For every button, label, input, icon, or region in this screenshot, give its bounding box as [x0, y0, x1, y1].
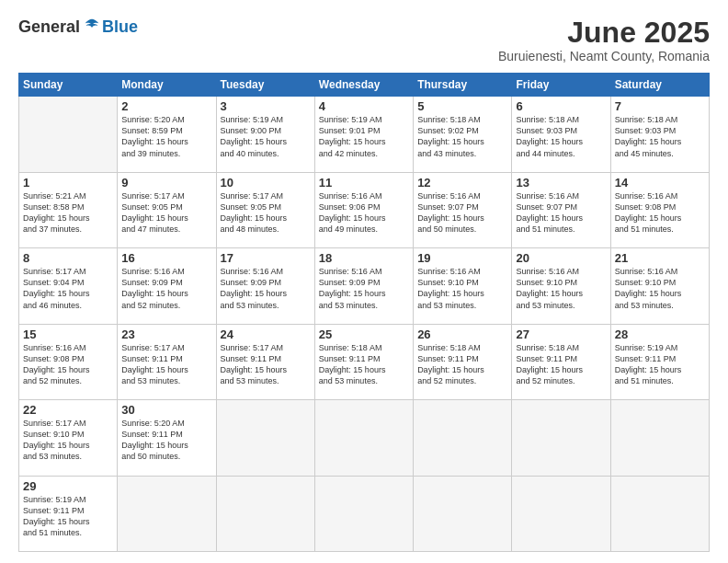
calendar-day-cell: 12Sunrise: 5:16 AM Sunset: 9:07 PM Dayli…: [414, 172, 512, 247]
day-info: Sunrise: 5:17 AM Sunset: 9:11 PM Dayligh…: [221, 342, 311, 387]
day-number: 23: [121, 327, 211, 341]
title-section: June 2025 Buruienesti, Neamt County, Rom…: [498, 17, 710, 63]
calendar-day-cell: 11Sunrise: 5:16 AM Sunset: 9:06 PM Dayli…: [314, 172, 413, 247]
day-info: Sunrise: 5:17 AM Sunset: 9:10 PM Dayligh…: [23, 418, 113, 463]
day-info: Sunrise: 5:18 AM Sunset: 9:11 PM Dayligh…: [417, 342, 507, 387]
calendar-day-cell: 18Sunrise: 5:16 AM Sunset: 9:09 PM Dayli…: [314, 248, 413, 324]
day-number: 12: [417, 176, 507, 190]
calendar-day-cell: 19Sunrise: 5:16 AM Sunset: 9:10 PM Dayli…: [414, 248, 512, 324]
calendar-week-row: 15Sunrise: 5:16 AM Sunset: 9:08 PM Dayli…: [19, 324, 710, 399]
day-number: 13: [516, 176, 606, 190]
day-info: Sunrise: 5:20 AM Sunset: 8:59 PM Dayligh…: [121, 114, 211, 159]
logo-blue-text: Blue: [102, 17, 138, 37]
calendar-day-cell: 13Sunrise: 5:16 AM Sunset: 9:07 PM Dayli…: [512, 172, 610, 247]
calendar-day-cell: 22Sunrise: 5:17 AM Sunset: 9:10 PM Dayli…: [19, 400, 118, 476]
day-number: 17: [221, 251, 311, 265]
day-info: Sunrise: 5:19 AM Sunset: 9:11 PM Dayligh…: [23, 494, 113, 539]
day-info: Sunrise: 5:17 AM Sunset: 9:04 PM Dayligh…: [23, 266, 113, 311]
day-number: 29: [23, 479, 113, 493]
day-info: Sunrise: 5:19 AM Sunset: 9:01 PM Dayligh…: [319, 114, 409, 159]
day-number: 11: [319, 176, 409, 190]
calendar-day-cell: [314, 400, 413, 476]
day-info: Sunrise: 5:16 AM Sunset: 9:09 PM Dayligh…: [121, 266, 211, 311]
calendar-week-row: 2Sunrise: 5:20 AM Sunset: 8:59 PM Daylig…: [19, 97, 710, 172]
day-number: 28: [615, 327, 705, 341]
calendar-day-cell: 8Sunrise: 5:17 AM Sunset: 9:04 PM Daylig…: [19, 248, 118, 324]
day-info: Sunrise: 5:16 AM Sunset: 9:06 PM Dayligh…: [319, 190, 409, 236]
day-number: 19: [417, 251, 507, 265]
day-info: Sunrise: 5:16 AM Sunset: 9:07 PM Dayligh…: [417, 190, 507, 236]
calendar-day-cell: [512, 400, 610, 476]
calendar-day-cell: 27Sunrise: 5:18 AM Sunset: 9:11 PM Dayli…: [512, 324, 610, 399]
calendar-day-cell: 20Sunrise: 5:16 AM Sunset: 9:10 PM Dayli…: [512, 248, 610, 324]
day-number: 20: [516, 251, 606, 265]
day-info: Sunrise: 5:18 AM Sunset: 9:11 PM Dayligh…: [319, 342, 409, 387]
calendar-week-row: 1Sunrise: 5:21 AM Sunset: 8:58 PM Daylig…: [19, 172, 710, 247]
calendar-day-cell: 29Sunrise: 5:19 AM Sunset: 9:11 PM Dayli…: [19, 476, 118, 551]
calendar-day-cell: [118, 476, 216, 551]
day-info: Sunrise: 5:20 AM Sunset: 9:11 PM Dayligh…: [121, 418, 211, 463]
day-info: Sunrise: 5:16 AM Sunset: 9:08 PM Dayligh…: [615, 190, 705, 236]
calendar-day-cell: 7Sunrise: 5:18 AM Sunset: 9:03 PM Daylig…: [610, 97, 709, 172]
calendar-day-cell: 28Sunrise: 5:19 AM Sunset: 9:11 PM Dayli…: [610, 324, 709, 399]
logo-bird-icon: [82, 17, 102, 37]
calendar-day-cell: 3Sunrise: 5:19 AM Sunset: 9:00 PM Daylig…: [216, 97, 314, 172]
day-info: Sunrise: 5:18 AM Sunset: 9:03 PM Dayligh…: [516, 114, 606, 159]
calendar-table: Sunday Monday Tuesday Wednesday Thursday…: [18, 73, 710, 552]
calendar-week-row: 29Sunrise: 5:19 AM Sunset: 9:11 PM Dayli…: [19, 476, 710, 551]
calendar-day-cell: 10Sunrise: 5:17 AM Sunset: 9:05 PM Dayli…: [216, 172, 314, 247]
day-number: 9: [121, 176, 211, 190]
header-wednesday: Wednesday: [314, 74, 413, 97]
day-number: 6: [516, 99, 606, 113]
day-number: 27: [516, 327, 606, 341]
calendar-day-cell: [414, 400, 512, 476]
header: General Blue June 2025 Buruienesti, Neam…: [18, 17, 710, 63]
calendar-day-cell: 25Sunrise: 5:18 AM Sunset: 9:11 PM Dayli…: [314, 324, 413, 399]
header-thursday: Thursday: [414, 74, 512, 97]
calendar-day-cell: [512, 476, 610, 551]
calendar-day-cell: 6Sunrise: 5:18 AM Sunset: 9:03 PM Daylig…: [512, 97, 610, 172]
day-number: 18: [319, 251, 409, 265]
logo: General Blue: [18, 17, 138, 37]
calendar-day-cell: [19, 97, 118, 172]
day-number: 26: [417, 327, 507, 341]
calendar-header-row: Sunday Monday Tuesday Wednesday Thursday…: [19, 74, 710, 97]
day-info: Sunrise: 5:17 AM Sunset: 9:11 PM Dayligh…: [121, 342, 211, 387]
calendar-day-cell: 14Sunrise: 5:16 AM Sunset: 9:08 PM Dayli…: [610, 172, 709, 247]
day-number: 5: [417, 99, 507, 113]
day-info: Sunrise: 5:16 AM Sunset: 9:09 PM Dayligh…: [319, 266, 409, 311]
calendar-day-cell: [216, 400, 314, 476]
location-subtitle: Buruienesti, Neamt County, Romania: [498, 49, 710, 63]
calendar-day-cell: 23Sunrise: 5:17 AM Sunset: 9:11 PM Dayli…: [118, 324, 216, 399]
day-number: 10: [221, 176, 311, 190]
calendar-week-row: 8Sunrise: 5:17 AM Sunset: 9:04 PM Daylig…: [19, 248, 710, 324]
day-number: 14: [615, 176, 705, 190]
calendar-day-cell: [314, 476, 413, 551]
day-number: 3: [221, 99, 311, 113]
header-sunday: Sunday: [19, 74, 118, 97]
day-info: Sunrise: 5:16 AM Sunset: 9:10 PM Dayligh…: [516, 266, 606, 311]
day-info: Sunrise: 5:18 AM Sunset: 9:11 PM Dayligh…: [516, 342, 606, 387]
header-friday: Friday: [512, 74, 610, 97]
day-info: Sunrise: 5:16 AM Sunset: 9:10 PM Dayligh…: [417, 266, 507, 311]
day-info: Sunrise: 5:18 AM Sunset: 9:03 PM Dayligh…: [615, 114, 705, 159]
calendar-day-cell: 4Sunrise: 5:19 AM Sunset: 9:01 PM Daylig…: [314, 97, 413, 172]
calendar-day-cell: 15Sunrise: 5:16 AM Sunset: 9:08 PM Dayli…: [19, 324, 118, 399]
calendar-day-cell: [610, 400, 709, 476]
calendar-day-cell: 30Sunrise: 5:20 AM Sunset: 9:11 PM Dayli…: [118, 400, 216, 476]
day-number: 1: [23, 176, 113, 190]
header-saturday: Saturday: [610, 74, 709, 97]
calendar-day-cell: 26Sunrise: 5:18 AM Sunset: 9:11 PM Dayli…: [414, 324, 512, 399]
calendar-day-cell: 17Sunrise: 5:16 AM Sunset: 9:09 PM Dayli…: [216, 248, 314, 324]
calendar-day-cell: 24Sunrise: 5:17 AM Sunset: 9:11 PM Dayli…: [216, 324, 314, 399]
day-number: 25: [319, 327, 409, 341]
day-info: Sunrise: 5:16 AM Sunset: 9:08 PM Dayligh…: [23, 342, 113, 387]
day-info: Sunrise: 5:17 AM Sunset: 9:05 PM Dayligh…: [221, 190, 311, 236]
calendar-day-cell: [414, 476, 512, 551]
day-info: Sunrise: 5:21 AM Sunset: 8:58 PM Dayligh…: [23, 190, 113, 236]
day-info: Sunrise: 5:17 AM Sunset: 9:05 PM Dayligh…: [121, 190, 211, 236]
day-number: 22: [23, 403, 113, 417]
calendar-day-cell: 1Sunrise: 5:21 AM Sunset: 8:58 PM Daylig…: [19, 172, 118, 247]
day-number: 15: [23, 327, 113, 341]
calendar-day-cell: 16Sunrise: 5:16 AM Sunset: 9:09 PM Dayli…: [118, 248, 216, 324]
